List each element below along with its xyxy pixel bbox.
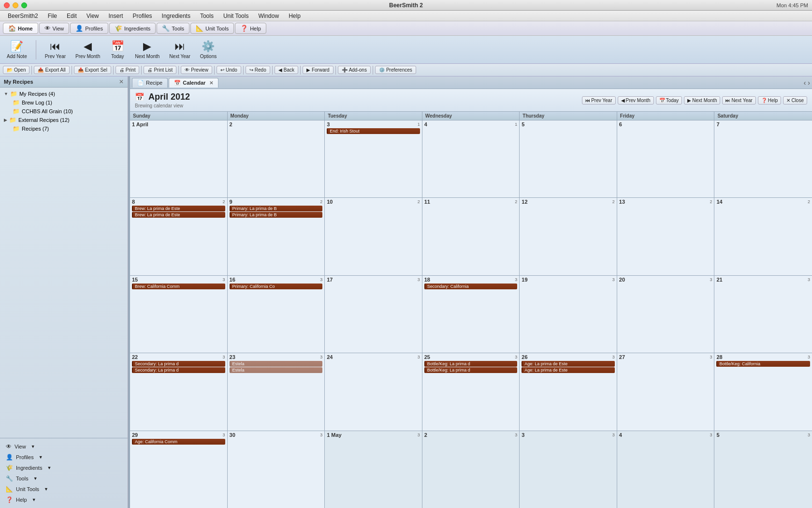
cal-cell-3-4[interactable]: 263Age: La prima de EsteAge: La prima de… (520, 353, 617, 430)
cal-nav-today[interactable]: 📅 Today (656, 96, 682, 105)
menu-item-help[interactable]: Help (285, 12, 304, 20)
tree-item-recipes-7-[interactable]: 📁Recipes (7) (2, 124, 126, 133)
cal-cell-4-3[interactable]: 23 (422, 431, 520, 508)
minimize-button[interactable] (13, 2, 18, 8)
cal-cell-0-6[interactable]: 7 (714, 120, 812, 197)
cal-cell-3-5[interactable]: 273 (617, 353, 715, 430)
cal-cell-2-3[interactable]: 183Secondary: California (422, 276, 520, 353)
cal-cell-3-1[interactable]: 233EstelaEstela (228, 353, 325, 430)
cal-cell-0-1[interactable]: 2 (228, 120, 325, 197)
cal-cell-1-4[interactable]: 122 (520, 198, 617, 275)
cal-cell-3-3[interactable]: 253Bottle/Keg: La prima dBottle/Keg: La … (422, 353, 520, 430)
cal-nav-prev-month[interactable]: ◀ Prev Month (618, 96, 654, 105)
tree-item-cchbs-all-grain-10-[interactable]: 📁CCHBS All Grain (10) (2, 107, 126, 116)
nav-item-profiles[interactable]: 👤Profiles▼ (3, 453, 125, 462)
cal-nav-next-month[interactable]: ▶ Next Month (684, 96, 720, 105)
cal-event-3-0-1[interactable]: Secondary: La prima d (132, 367, 225, 373)
cal-cell-4-6[interactable]: 53 (714, 431, 812, 508)
cal-event-3-4-1[interactable]: Age: La prima de Este (522, 367, 615, 373)
action-btn-preferences[interactable]: ⚙️Preferences (375, 66, 416, 74)
cal-cell-2-0[interactable]: 153Brew: California Comm (130, 276, 228, 353)
menu-item-profiles[interactable]: Profiles (129, 12, 156, 20)
nav-item-tools[interactable]: 🔧Tools▼ (3, 474, 125, 483)
menu-item-window[interactable]: Window (254, 12, 283, 20)
cal-cell-4-0[interactable]: 293Age: California Comm (130, 431, 228, 508)
tab-unit-tools[interactable]: 📐Unit Tools (190, 23, 234, 34)
toolbar-btn-prev-year[interactable]: ⏮Prev Year (42, 38, 69, 61)
tree-item-external-recipes-12-[interactable]: ▶📁External Recipes (12) (2, 116, 126, 124)
cal-cell-0-2[interactable]: 31End: Irish Stout (325, 120, 422, 197)
tab-ingredients[interactable]: 🌾Ingredients (109, 23, 156, 34)
cal-cell-3-0[interactable]: 223Secondary: La prima dSecondary: La pr… (130, 353, 228, 430)
cal-event-1-1-0[interactable]: Primary: La prima de B (230, 206, 323, 211)
cal-event-3-3-0[interactable]: Bottle/Keg: La prima d (424, 361, 518, 367)
cal-cell-1-1[interactable]: 92Primary: La prima de BPrimary: La prim… (228, 198, 325, 275)
cal-event-2-0-0[interactable]: Brew: California Comm (132, 284, 225, 289)
cal-event-1-1-1[interactable]: Primary: La prima de B (230, 212, 323, 218)
cal-event-3-4-0[interactable]: Age: La prima de Este (522, 361, 615, 367)
cal-cell-0-0[interactable]: 1 April (130, 120, 228, 197)
cal-event-3-6-0[interactable]: Bottle/Keg: California (716, 361, 810, 367)
toolbar-btn-next-year[interactable]: ⏭Next Year (166, 38, 193, 61)
cal-cell-1-3[interactable]: 112 (422, 198, 520, 275)
cal-cell-2-6[interactable]: 213 (714, 276, 812, 353)
cal-cell-2-4[interactable]: 193 (520, 276, 617, 353)
tree-item-my-recipes-4-[interactable]: ▼📁My Recipes (4) (2, 90, 126, 98)
cal-cell-4-1[interactable]: 303 (228, 431, 325, 508)
cal-cell-4-2[interactable]: 1 May3 (325, 431, 422, 508)
action-btn-export-all[interactable]: 📤Export All (34, 66, 69, 74)
cal-cell-2-2[interactable]: 173 (325, 276, 422, 353)
action-btn-undo[interactable]: ↩Undo (217, 66, 241, 74)
cal-cell-3-2[interactable]: 243 (325, 353, 422, 430)
cal-event-3-1-1[interactable]: Estela (230, 367, 323, 373)
cal-event-3-3-1[interactable]: Bottle/Keg: La prima d (424, 367, 518, 373)
action-btn-redo[interactable]: ↪Redo (246, 66, 270, 74)
action-btn-preview[interactable]: 👁Preview (181, 66, 212, 74)
cal-event-2-1-0[interactable]: Primary: California Co (230, 284, 323, 289)
cal-event-1-0-0[interactable]: Brew: La prima de Este (132, 206, 225, 211)
cal-nav-prev-year[interactable]: ⏮ Prev Year (582, 96, 615, 105)
menu-item-tools[interactable]: Tools (196, 12, 218, 20)
cal-nav-next-year[interactable]: ⏭ Next Year (722, 96, 755, 105)
cal-event-4-0-0[interactable]: Age: California Comm (132, 439, 225, 445)
menu-item-beersmith2[interactable]: BeerSmith2 (4, 12, 42, 20)
menu-item-unit-tools[interactable]: Unit Tools (219, 12, 252, 20)
cal-event-1-0-1[interactable]: Brew: La prima de Este (132, 212, 225, 218)
cal-cell-1-6[interactable]: 142 (714, 198, 812, 275)
cal-cell-3-6[interactable]: 283Bottle/Keg: California (714, 353, 812, 430)
tab-home[interactable]: 🏠Home (3, 23, 38, 34)
cal-cell-1-5[interactable]: 132 (617, 198, 715, 275)
cal-cell-1-2[interactable]: 102 (325, 198, 422, 275)
nav-item-ingredients[interactable]: 🌾Ingredients▼ (3, 463, 125, 472)
zoom-button[interactable] (21, 2, 27, 8)
doc-tab-close[interactable]: ✕ (209, 80, 213, 86)
tab-profiles[interactable]: 👤Profiles (70, 23, 108, 34)
cal-event-3-0-0[interactable]: Secondary: La prima d (132, 361, 225, 367)
cal-cell-0-3[interactable]: 41 (422, 120, 520, 197)
doc-tab-calendar[interactable]: 📅Calendar✕ (169, 78, 218, 88)
toolbar-btn-next-month[interactable]: ▶Next Month (132, 38, 162, 61)
doc-tab-recipe[interactable]: 📄Recipe (132, 78, 168, 88)
cal-cell-4-4[interactable]: 33 (520, 431, 617, 508)
menu-item-view[interactable]: View (83, 12, 103, 20)
toolbar-btn-prev-month[interactable]: ◀Prev Month (72, 38, 103, 61)
action-btn-forward[interactable]: ▶Forward (303, 66, 334, 74)
cal-cell-2-5[interactable]: 203 (617, 276, 715, 353)
toolbar-btn-options[interactable]: ⚙️Options (197, 38, 219, 61)
nav-item-help[interactable]: ❓Help▼ (3, 495, 125, 504)
cal-event-0-2-0[interactable]: End: Irish Stout (327, 128, 420, 134)
menu-item-edit[interactable]: Edit (63, 12, 81, 20)
nav-item-unit-tools[interactable]: 📐Unit Tools▼ (3, 485, 125, 493)
cal-cell-0-5[interactable]: 6 (617, 120, 715, 197)
cal-cell-0-4[interactable]: 5 (520, 120, 617, 197)
action-btn-export-sel[interactable]: 📤Export Sel (74, 66, 111, 74)
action-btn-open[interactable]: 📂Open (3, 66, 29, 74)
doc-nav-prev[interactable]: ‹ (804, 79, 806, 87)
menu-item-file[interactable]: File (44, 12, 61, 20)
toolbar-btn-today[interactable]: 📅Today (107, 38, 128, 61)
cal-nav-help[interactable]: ❓ Help (758, 96, 782, 105)
cal-cell-4-5[interactable]: 43 (617, 431, 715, 508)
cal-event-3-1-0[interactable]: Estela (230, 361, 323, 367)
cal-cell-2-1[interactable]: 163Primary: California Co (228, 276, 325, 353)
sidebar-close-icon[interactable]: ✕ (119, 78, 124, 85)
